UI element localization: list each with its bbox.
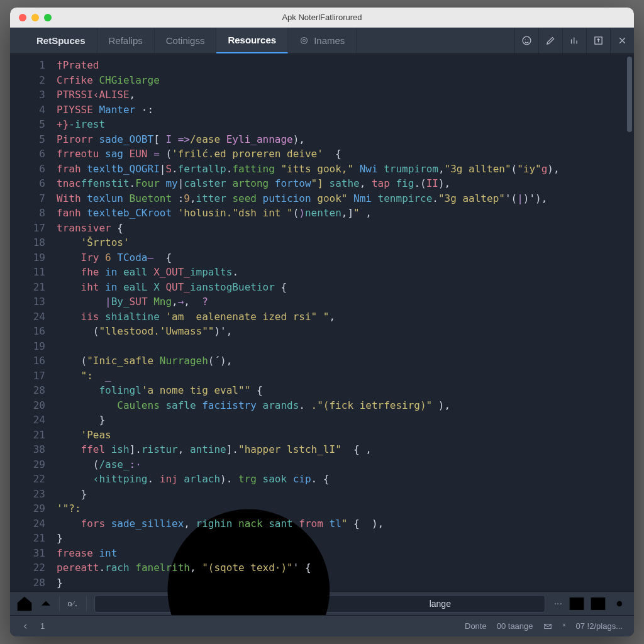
line-number: 6 <box>10 147 45 162</box>
code-line[interactable]: iht in ealL X QUT_ianstogBuetior { <box>57 280 625 295</box>
code-line[interactable]: ffel ish].ristur, antine]."happer lstch_… <box>57 442 625 457</box>
tab-0[interactable]: RetSpuces <box>25 28 97 53</box>
tab-label: Inames <box>314 35 345 46</box>
emoji-icon[interactable] <box>514 28 538 54</box>
code-line[interactable]: fanh texlteb_CKroot 'holusin."dsh int "(… <box>57 206 625 221</box>
code-line[interactable]: +}-irest <box>57 117 625 132</box>
code-line[interactable]: folingl'a nome tig eval"" { <box>57 383 625 398</box>
line-number: 24 <box>10 516 45 531</box>
svg-point-0 <box>301 38 308 44</box>
code-line[interactable]: tnacffenstit.Four my|calster artong fort… <box>57 176 625 191</box>
code-line[interactable]: (/ase_:· <box>57 457 625 472</box>
edit-icon[interactable] <box>538 28 562 54</box>
status-sep: ˣ <box>557 621 571 631</box>
line-number: 19 <box>10 339 45 354</box>
code-line[interactable]: transiver { <box>57 221 625 236</box>
tab-4[interactable]: Inames <box>288 28 357 53</box>
code-line[interactable]: iis shialtine 'am ealenenate ized rsi" "… <box>57 309 625 325</box>
code-line[interactable]: '"?: <box>57 501 625 516</box>
code-area[interactable]: †PratedCrfike CHGielargePTRSSI‹ALISE,PIY… <box>54 54 625 591</box>
chart-icon[interactable] <box>562 28 586 54</box>
code-line[interactable]: } <box>57 575 625 591</box>
scrollbar[interactable] <box>625 54 634 591</box>
status-done: Donte <box>460 621 492 631</box>
code-line[interactable]: Caulens safle faciistry arands. ."(fick … <box>57 398 625 413</box>
export-icon[interactable] <box>586 28 610 54</box>
settings-icon[interactable] <box>609 594 630 613</box>
code-line[interactable]: PIYSSE Manter ·: <box>57 103 625 118</box>
line-number: 29 <box>10 457 45 472</box>
app-window: Apk NoterlFatlirorured RetSpucesRefalips… <box>10 8 634 636</box>
line-number: 6 <box>10 176 45 191</box>
code-line[interactable]: frease int <box>57 546 625 561</box>
regex-icon[interactable]: o⁄. <box>62 594 84 613</box>
line-number: 4 <box>10 103 45 118</box>
code-line[interactable]: frreotu sag EUN = ('frilć.ed proreren de… <box>57 147 625 162</box>
code-line[interactable]: |By_SUT Mng,→, ? <box>57 294 625 309</box>
close-icon[interactable] <box>610 28 634 54</box>
more-icon[interactable]: ··· <box>550 598 566 609</box>
line-number: 7 <box>10 191 45 206</box>
code-line[interactable]: } <box>57 413 625 428</box>
line-number: 17 <box>10 221 45 236</box>
code-line[interactable]: Pirorr sade_OOBT[ I =>/ease Eyli_annage)… <box>57 132 625 147</box>
svg-point-2 <box>523 36 531 45</box>
scrollbar-thumb[interactable] <box>627 57 632 132</box>
line-number: 19 <box>10 250 45 265</box>
line-number: 17 <box>10 369 45 384</box>
code-line[interactable]: 'Šrrtos' <box>57 235 625 250</box>
minimize-window-button[interactable] <box>31 14 39 21</box>
line-number: 24 <box>10 309 45 325</box>
code-line[interactable]: ‹hittping. inj arlach). trg saok cip. { <box>57 472 625 487</box>
window-controls <box>10 14 52 21</box>
titlebar: Apk NoterlFatlirorured <box>10 8 634 28</box>
code-line[interactable]: †Prated <box>57 58 625 73</box>
tab-3[interactable]: Resources <box>216 28 288 53</box>
line-number: 3 <box>10 87 45 103</box>
back-icon[interactable] <box>16 622 35 631</box>
code-line[interactable]: fors sade_silliex, righin nack sant from… <box>57 516 625 531</box>
code-line[interactable]: pereatt.rach fanelrith, "(sqote texd·)"'… <box>57 560 625 575</box>
replace-icon[interactable] <box>587 594 609 613</box>
find-bar: o⁄. ··· <box>10 591 634 615</box>
code-line[interactable]: Crfike CHGielarge <box>57 73 625 88</box>
line-number: 31 <box>10 546 45 561</box>
close-window-button[interactable] <box>19 14 26 21</box>
line-number: 22 <box>10 472 45 487</box>
panel-icon[interactable] <box>566 594 587 613</box>
line-number: 1 <box>10 58 45 73</box>
mail-icon[interactable] <box>538 622 557 631</box>
line-number: 11 <box>10 265 45 280</box>
line-number: 24 <box>10 413 45 428</box>
code-line[interactable]: } <box>57 531 625 546</box>
status-changes: 00 taange <box>492 621 538 631</box>
search-input[interactable] <box>430 599 540 609</box>
code-line[interactable]: frah texltb_QOGRI|S.fertallp.fatting "it… <box>57 162 625 177</box>
code-line[interactable] <box>57 339 625 354</box>
tab-label: Cotinigss <box>166 35 205 46</box>
file-icon[interactable] <box>10 28 25 53</box>
zoom-window-button[interactable] <box>44 14 52 21</box>
code-line[interactable]: With texlun Buetont :9,itter seed putici… <box>57 191 625 206</box>
svg-point-3 <box>525 39 526 40</box>
line-number: 6 <box>10 162 45 177</box>
home-icon[interactable] <box>14 594 35 613</box>
line-number: 21 <box>10 531 45 546</box>
code-line[interactable]: ": _ <box>57 369 625 384</box>
caret-up-icon[interactable] <box>35 594 57 613</box>
code-line[interactable]: 'Peas <box>57 428 625 443</box>
line-number: 38 <box>10 442 45 457</box>
search-box[interactable] <box>94 595 545 613</box>
code-line[interactable]: ("Inic_safle Nurrageh(´), <box>57 353 625 369</box>
line-number: 21 <box>10 428 45 443</box>
svg-point-9 <box>617 601 623 606</box>
line-gutter: 1234556667817181911211324161916172820242… <box>10 54 54 591</box>
tab-2[interactable]: Cotinigss <box>155 28 217 53</box>
code-line[interactable]: fhe in eall X_OUT_impalts. <box>57 265 625 280</box>
code-line[interactable]: } <box>57 487 625 502</box>
code-line[interactable]: PTRSSI‹ALISE, <box>57 87 625 103</box>
status-line-number: 1 <box>35 621 50 631</box>
code-line[interactable]: ("llestood.'Uwmass"")', <box>57 324 625 339</box>
code-line[interactable]: Iry 6 TCoda– { <box>57 250 625 265</box>
tab-1[interactable]: Refalips <box>97 28 155 53</box>
